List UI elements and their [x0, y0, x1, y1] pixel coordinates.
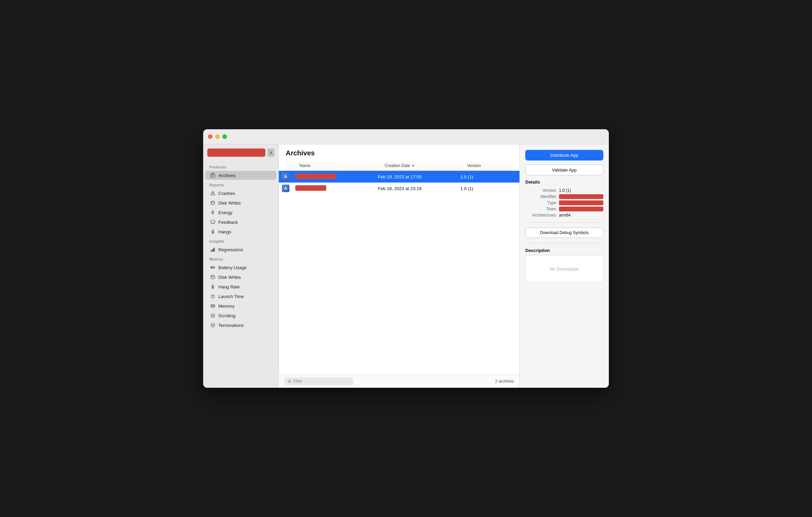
description-section: Description No Description	[525, 248, 603, 283]
sidebar-item-battery-usage[interactable]: Battery Usage	[205, 263, 276, 272]
sidebar-item-hang-rate[interactable]: Hang Rate	[205, 282, 276, 291]
app-selector-bar	[207, 148, 265, 157]
svg-point-26	[211, 314, 215, 318]
app-icon	[282, 185, 289, 192]
archives-label: Archives	[218, 173, 235, 178]
hangs-label: Hangs	[218, 229, 231, 234]
disk-writes-label: Disk Writes	[218, 200, 241, 206]
cell-name	[293, 174, 375, 180]
insights-section-label: Insights	[203, 236, 278, 245]
row-icon	[279, 173, 293, 180]
version-label: Version	[525, 188, 556, 193]
column-header-date[interactable]: Creation Date ▼	[382, 163, 464, 168]
svg-rect-1	[211, 173, 214, 174]
minimize-button[interactable]	[215, 134, 220, 139]
energy-label: Energy	[218, 210, 232, 215]
close-button[interactable]	[208, 134, 212, 139]
detail-row-team: Team	[525, 207, 603, 211]
row-icon	[279, 185, 293, 192]
filter-area[interactable]: ⊕ Filter	[284, 377, 353, 385]
svg-point-3	[212, 194, 213, 195]
download-debug-symbols-button[interactable]: Download Debug Symbols	[525, 228, 603, 238]
filter-icon: ⊕	[288, 379, 291, 384]
crashes-icon	[210, 190, 216, 196]
content-area: ⬍ Products Archives Reports	[203, 144, 609, 388]
main-header: Archives Name Creation Date ▼ Version	[279, 144, 519, 171]
sidebar-item-regressions[interactable]: Regressions	[205, 245, 276, 254]
archives-count: 2 archives	[495, 379, 514, 384]
sidebar-item-scrolling[interactable]: Scrolling	[205, 311, 276, 320]
battery-usage-label: Battery Usage	[218, 265, 246, 270]
crashes-label: Crashes	[218, 191, 235, 196]
launch-time-icon	[210, 294, 216, 299]
maximize-button[interactable]	[222, 134, 227, 139]
svg-point-4	[211, 201, 215, 202]
sidebar-item-disk-writes-metrics[interactable]: Disk Writes	[205, 273, 276, 282]
filter-label: Filter	[293, 379, 303, 384]
identifier-label: Identifier	[525, 194, 556, 199]
sidebar-item-launch-time[interactable]: Launch Time	[205, 292, 276, 301]
archives-icon	[210, 173, 216, 178]
details-title: Details	[525, 179, 603, 185]
detail-row-version: Version 1.0 (1)	[525, 188, 603, 193]
hang-rate-icon	[210, 284, 216, 289]
sidebar-item-archives[interactable]: Archives	[205, 171, 276, 180]
sidebar-item-terminations[interactable]: Terminations	[205, 321, 276, 330]
memory-icon	[210, 303, 216, 309]
traffic-lights	[208, 134, 227, 139]
team-value-redacted	[559, 207, 603, 211]
app-selector-stepper[interactable]: ⬍	[267, 148, 274, 157]
terminations-label: Terminations	[218, 323, 244, 328]
sidebar-item-memory[interactable]: Memory	[205, 301, 276, 310]
launch-time-label: Launch Time	[218, 294, 244, 299]
svg-rect-10	[215, 248, 215, 252]
type-label: Type	[525, 200, 556, 205]
identifier-value-redacted	[559, 194, 603, 199]
table-row[interactable]: Feb 18, 2023 at 23:19 1.0 (1)	[279, 183, 519, 194]
separator	[525, 222, 603, 223]
table-body: Feb 19, 2023 at 17:55 1.0 (1)	[279, 171, 519, 374]
svg-point-15	[212, 285, 214, 287]
sidebar-item-crashes[interactable]: Crashes	[205, 189, 276, 198]
reports-section-label: Reports	[203, 180, 278, 188]
detail-row-identifier: Identifier	[525, 194, 603, 199]
hang-rate-label: Hang Rate	[218, 284, 240, 289]
description-title: Description	[525, 248, 603, 253]
version-value: 1.0 (1)	[559, 188, 571, 193]
svg-rect-0	[211, 174, 215, 177]
sidebar-item-disk-writes[interactable]: Disk Writes	[205, 198, 276, 207]
team-label: Team	[525, 207, 556, 211]
svg-point-14	[211, 275, 215, 277]
battery-icon	[210, 265, 216, 270]
cell-version: 1.0 (1)	[458, 186, 519, 191]
sidebar-item-feedback[interactable]: Feedback	[205, 218, 276, 227]
cell-version: 1.0 (1)	[458, 174, 519, 179]
hangs-icon	[210, 229, 216, 234]
app-selector[interactable]: ⬍	[207, 148, 274, 157]
sidebar-item-hangs[interactable]: Hangs	[205, 227, 276, 236]
main-window: ⬍ Products Archives Reports	[203, 129, 609, 388]
titlebar	[203, 129, 609, 144]
validate-app-button[interactable]: Validate App	[525, 165, 603, 175]
no-description-label: No Description	[550, 266, 579, 272]
disk-writes-metrics-label: Disk Writes	[218, 275, 241, 280]
disk-writes-metrics-icon	[210, 274, 216, 280]
cell-date: Feb 18, 2023 at 23:19	[375, 186, 458, 191]
feedback-icon	[210, 219, 216, 225]
regressions-label: Regressions	[218, 247, 243, 252]
table-row[interactable]: Feb 19, 2023 at 17:55 1.0 (1)	[279, 171, 519, 183]
page-title: Archives	[286, 149, 513, 161]
sidebar-item-energy[interactable]: Energy	[205, 208, 276, 217]
separator-2	[525, 243, 603, 243]
details-section: Details Version 1.0 (1) Identifier Type …	[525, 179, 603, 218]
architectures-value: arm64	[559, 213, 571, 218]
app-icon	[282, 173, 289, 180]
cell-date: Feb 19, 2023 at 17:55	[375, 174, 458, 179]
right-panel: Distribute App Validate App Details Vers…	[519, 144, 609, 388]
svg-rect-7	[211, 250, 212, 252]
scrolling-label: Scrolling	[218, 313, 235, 318]
type-value-redacted	[559, 200, 603, 205]
sort-arrow-icon: ▼	[412, 164, 415, 168]
distribute-app-button[interactable]: Distribute App	[525, 150, 603, 161]
feedback-label: Feedback	[218, 220, 238, 225]
